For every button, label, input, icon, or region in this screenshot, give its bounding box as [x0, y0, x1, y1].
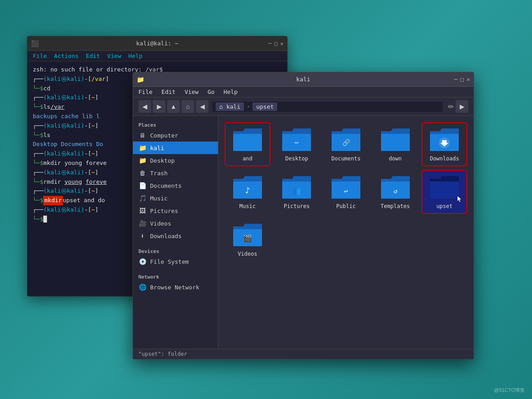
- fm-menu-view[interactable]: View: [185, 89, 199, 95]
- sidebar-network-label: Network: [133, 271, 218, 281]
- fm-title: kali: [296, 76, 310, 83]
- fm-up-btn[interactable]: ▲: [167, 100, 180, 113]
- folder-upset[interactable]: upset: [422, 171, 466, 213]
- svg-text:↩: ↩: [344, 187, 348, 195]
- fm-maximize[interactable]: □: [460, 76, 464, 83]
- terminal-maximize[interactable]: □: [275, 40, 278, 47]
- folder-music-label: Music: [239, 203, 256, 209]
- terminal-titlebar: ⬛ kali@kali: ~ ─ □ ✕: [27, 36, 287, 51]
- terminal-icon: ⬛: [31, 40, 39, 47]
- fm-toggle-btn[interactable]: ◀: [196, 100, 208, 113]
- sidebar-item-downloads[interactable]: ⬇ Downloads: [133, 230, 218, 242]
- sidebar-label-pictures: Pictures: [150, 208, 178, 214]
- folder-public-label: Public: [336, 203, 355, 209]
- kali-home-icon: 📁: [138, 144, 146, 152]
- terminal-menu-help[interactable]: Help: [129, 53, 142, 59]
- fm-edit-location-btn[interactable]: ✏: [448, 102, 454, 111]
- desktop-icon: 📁: [138, 156, 146, 164]
- folder-downloads[interactable]: Downloads: [422, 123, 466, 165]
- terminal-menubar: File Actions Edit View Help: [27, 51, 287, 62]
- sidebar-devices-label: Devices: [133, 246, 218, 255]
- sidebar-label-browse-network: Browse Network: [150, 284, 200, 291]
- fm-status-text: "upset": folder: [138, 351, 187, 357]
- sidebar-item-kali[interactable]: 📁 kali: [133, 142, 218, 154]
- videos-icon: 🎥: [138, 219, 146, 227]
- fm-title-icon: 📁: [137, 76, 144, 83]
- pictures-icon: 🖼: [138, 207, 146, 215]
- trash-icon: 🗑: [138, 169, 146, 177]
- folder-templates-icon: ↺: [379, 174, 412, 200]
- folder-documents-label: Documents: [331, 155, 360, 162]
- computer-icon: 🖥: [138, 131, 146, 139]
- sidebar-label-kali: kali: [150, 145, 164, 151]
- folder-music-icon: ♪: [231, 174, 264, 200]
- sidebar-label-filesystem: File System: [150, 258, 189, 265]
- terminal-menu-view[interactable]: View: [107, 53, 121, 59]
- folder-templates[interactable]: ↺ Templates: [373, 171, 417, 213]
- sidebar-item-computer[interactable]: 🖥 Computer: [133, 129, 218, 142]
- terminal-minimize[interactable]: ─: [268, 40, 271, 47]
- sidebar-item-documents[interactable]: 📄 Documents: [133, 179, 218, 192]
- folder-desktop-icon: ⋯: [280, 127, 313, 153]
- sidebar-item-pictures[interactable]: 🖼 Pictures: [133, 204, 218, 217]
- folder-documents-icon: 🔗: [330, 127, 362, 153]
- folder-downloads-label: Downloads: [430, 155, 459, 162]
- folder-desktop[interactable]: ⋯ Desktop: [275, 123, 319, 165]
- terminal-menu-file[interactable]: File: [33, 53, 47, 59]
- folder-videos[interactable]: 🎬 Videos: [226, 218, 270, 261]
- terminal-menu-actions[interactable]: Actions: [54, 53, 79, 59]
- fm-next-btn[interactable]: ▶: [456, 100, 468, 113]
- folder-downloads-icon: [428, 127, 461, 153]
- folder-pictures[interactable]: 👥 Pictures: [275, 171, 319, 213]
- folder-public-icon: ↩: [330, 174, 362, 200]
- fm-breadcrumb-upset[interactable]: upset: [253, 102, 277, 111]
- filesystem-icon: 💿: [138, 257, 146, 266]
- terminal-close[interactable]: ✕: [280, 40, 284, 47]
- fm-back-btn[interactable]: ◀: [138, 100, 151, 113]
- svg-text:♪: ♪: [245, 186, 250, 195]
- svg-text:🔗: 🔗: [342, 139, 350, 146]
- svg-text:⋯: ⋯: [295, 139, 298, 146]
- sidebar-label-computer: Computer: [150, 132, 178, 139]
- downloads-icon: ⬇: [138, 232, 146, 240]
- fm-forward-btn[interactable]: ▶: [153, 100, 165, 113]
- sidebar-item-music[interactable]: 🎵 Music: [133, 192, 218, 204]
- svg-text:↺: ↺: [393, 187, 397, 195]
- folder-desktop-label: Desktop: [285, 155, 308, 162]
- folder-public[interactable]: ↩ Public: [324, 171, 368, 213]
- folder-down[interactable]: down: [373, 123, 417, 165]
- fm-main: and ⋯ Desktop: [218, 116, 474, 349]
- folder-pictures-label: Pictures: [284, 203, 310, 209]
- folder-documents[interactable]: 🔗 Documents: [324, 123, 368, 165]
- browse-network-icon: 🌐: [138, 283, 146, 291]
- fm-menu-file[interactable]: File: [138, 89, 152, 95]
- folder-pictures-icon: 👥: [280, 174, 313, 200]
- sidebar-label-documents: Documents: [150, 182, 182, 189]
- sidebar-item-trash[interactable]: 🗑 Trash: [133, 167, 218, 179]
- folder-down-icon: [379, 127, 412, 153]
- fm-minimize[interactable]: ─: [454, 76, 458, 83]
- music-icon: 🎵: [138, 194, 146, 202]
- fm-home-btn[interactable]: ⌂: [182, 100, 194, 113]
- svg-text:🎬: 🎬: [243, 234, 252, 243]
- folder-and[interactable]: and: [226, 123, 270, 165]
- sidebar-label-downloads: Downloads: [150, 233, 182, 239]
- fm-breadcrumb-home[interactable]: ⌂ kali: [216, 102, 244, 111]
- fm-close[interactable]: ✕: [466, 76, 470, 83]
- svg-text:👥: 👥: [292, 186, 301, 195]
- sidebar-item-videos[interactable]: 🎥 Videos: [133, 217, 218, 230]
- fm-menu-go[interactable]: Go: [208, 89, 215, 95]
- highlighted-command: mkdir: [43, 196, 62, 205]
- folder-down-label: down: [389, 155, 402, 162]
- fm-body: Places 🖥 Computer 📁 kali 📁 Desktop 🗑 Tra…: [133, 116, 474, 349]
- sidebar-item-desktop[interactable]: 📁 Desktop: [133, 154, 218, 167]
- folder-music[interactable]: ♪ Music: [226, 171, 270, 213]
- sidebar-label-trash: Trash: [150, 170, 168, 177]
- folder-upset-icon: [428, 174, 461, 200]
- sidebar-item-filesystem[interactable]: 💿 File System: [133, 255, 218, 268]
- sidebar-item-browse-network[interactable]: 🌐 Browse Network: [133, 281, 218, 293]
- terminal-menu-edit[interactable]: Edit: [86, 53, 100, 59]
- fm-menu-help[interactable]: Help: [224, 89, 238, 95]
- fm-sidebar: Places 🖥 Computer 📁 kali 📁 Desktop 🗑 Tra…: [133, 116, 218, 349]
- fm-menu-edit[interactable]: Edit: [161, 89, 175, 95]
